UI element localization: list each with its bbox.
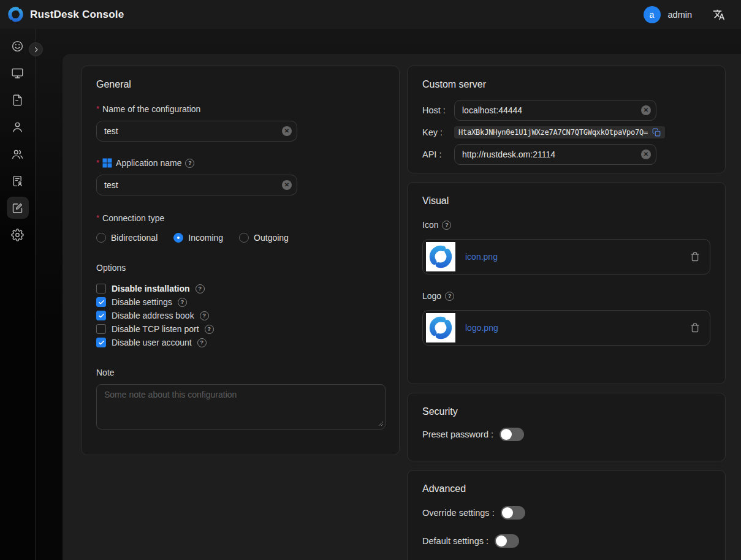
help-icon[interactable]: ? [178,298,187,307]
sidebar [0,29,36,560]
override-settings-row: Override settings : [422,506,710,520]
logo-file-link[interactable]: logo.png [465,323,498,333]
custom-server-card: Custom server Host : ✕ Key : HtaXBkJNHyn… [407,66,726,173]
sidebar-item-users[interactable] [7,143,29,165]
configuration-name-input[interactable] [96,121,297,142]
help-icon[interactable]: ? [185,159,194,168]
advanced-card: Advanced Override settings : Default set… [407,470,726,560]
override-settings-label: Override settings : [422,508,495,518]
sidebar-item-file-text[interactable] [7,89,29,111]
edit-square-icon [11,202,24,214]
main-panel: General * Name of the configuration ✕ * [63,54,741,560]
username[interactable]: admin [668,10,693,20]
sidebar-item-face-smile[interactable] [7,35,29,57]
trash-icon[interactable] [690,323,700,333]
logo-thumbnail [426,313,455,342]
clear-icon[interactable]: ✕ [282,126,292,136]
radio-dot [239,233,249,243]
clear-icon[interactable]: ✕ [282,180,292,190]
sidebar-item-gear[interactable] [7,224,29,246]
required-asterisk: * [96,157,99,169]
app-title: RustDesk Console [30,9,124,21]
checkbox-disable-tcp-listen-port[interactable]: Disable TCP listen port ? [96,322,384,336]
key-value-chip: HtaXBkJNHyn0e1U1jWXze7A7CN7QTGWqxkOtpaVp… [454,126,665,138]
default-settings-row: Default settings : [422,534,710,548]
users-icon [11,148,24,161]
top-bar: RustDesk Console a admin [0,0,741,29]
override-settings-toggle[interactable] [501,506,525,520]
host-input[interactable] [454,100,656,121]
advanced-title: Advanced [422,483,710,494]
required-asterisk: * [96,103,99,115]
windows-logo-icon [102,158,112,168]
trash-icon[interactable] [690,252,700,262]
chevron-right-icon [32,46,40,53]
rustdesk-logo-icon [7,6,24,23]
key-label: Key : [422,127,454,137]
connection-type-label: * Connection type [96,212,384,224]
application-name-label: * Application name ? [96,157,384,169]
preset-password-label: Preset password : [422,429,493,439]
language-icon[interactable] [713,9,725,21]
icon-label: Icon ? [422,219,710,231]
gear-icon [11,229,24,241]
radio-incoming[interactable]: Incoming [173,233,223,243]
logo-file-item: logo.png [422,310,710,346]
default-settings-toggle[interactable] [495,534,519,548]
help-icon[interactable]: ? [196,284,205,293]
resize-handle-icon[interactable] [378,418,384,429]
icon-thumbnail [426,242,455,271]
host-label: Host : [422,105,454,115]
options-label: Options [96,262,384,274]
key-value: HtaXBkJNHyn0e1U1jWXze7A7CN7QTGWqxkOtpaVp… [458,128,648,137]
brand: RustDesk Console [7,6,124,23]
general-card: General * Name of the configuration ✕ * [81,66,400,455]
default-settings-label: Default settings : [422,536,488,546]
general-title: General [96,79,384,90]
preset-password-row: Preset password : [422,428,710,441]
options-list: Disable installation ? Disable settings … [96,282,384,349]
radio-outgoing[interactable]: Outgoing [239,233,289,243]
security-title: Security [422,406,710,417]
checkbox-disable-user-account[interactable]: Disable user account ? [96,336,384,349]
connection-type-radio-group: Bidirectional Incoming Outgoing [96,233,384,243]
icon-file-item: icon.png [422,239,710,274]
sidebar-item-monitor[interactable] [7,62,29,84]
checkbox [96,324,106,334]
radio-dot [96,233,106,243]
note-label: Note [96,366,384,379]
help-icon[interactable]: ? [442,221,451,230]
logo-label: Logo ? [422,290,710,302]
radio-bidirectional[interactable]: Bidirectional [96,233,158,243]
api-label: API : [422,149,454,159]
avatar[interactable]: a [644,6,661,23]
help-icon[interactable]: ? [200,311,209,320]
help-icon[interactable]: ? [205,325,214,334]
sidebar-item-file-user[interactable] [7,170,29,192]
note-textarea[interactable] [96,384,386,429]
visual-card: Visual Icon ? [407,182,726,384]
preset-password-toggle[interactable] [500,428,524,441]
visual-title: Visual [422,195,710,206]
application-name-input[interactable] [96,175,297,195]
help-icon[interactable]: ? [197,338,207,347]
sidebar-item-user[interactable] [7,116,29,138]
help-icon[interactable]: ? [445,292,454,301]
api-input[interactable] [454,144,656,165]
file-user-icon [11,175,24,187]
sidebar-expand-button[interactable] [29,42,43,56]
copy-icon[interactable] [652,128,661,137]
clear-icon[interactable]: ✕ [641,149,651,159]
checkbox [96,297,106,307]
file-text-icon [11,94,24,107]
checkbox-disable-installation[interactable]: Disable installation ? [96,282,384,295]
sidebar-item-edit-square[interactable] [7,197,29,219]
security-card: Security Preset password : [407,393,726,461]
icon-file-link[interactable]: icon.png [465,252,498,262]
checkbox [96,311,106,320]
clear-icon[interactable]: ✕ [641,105,651,115]
checkbox-disable-address-book[interactable]: Disable address book ? [96,309,384,322]
radio-dot [173,233,183,243]
name-of-configuration-label: * Name of the configuration [96,103,384,115]
checkbox-disable-settings[interactable]: Disable settings ? [96,295,384,309]
